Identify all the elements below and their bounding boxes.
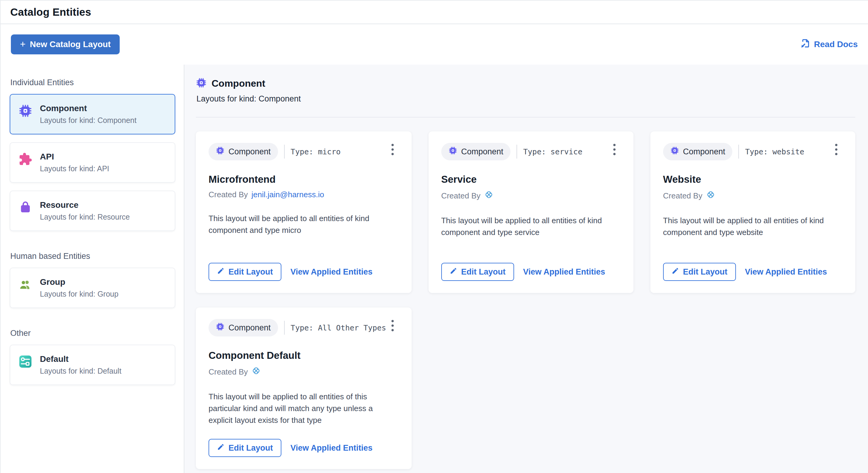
sidebar-item-text: APILayouts for kind: API [40,152,109,173]
created-by-row: Created Byjenil.jain@harness.io [209,190,399,199]
new-catalog-layout-button[interactable]: + New Catalog Layout [11,34,120,54]
plus-icon: + [20,39,26,49]
sidebar-item-text: GroupLayouts for kind: Group [40,277,119,298]
edit-layout-button[interactable]: Edit Layout [663,263,736,281]
component-chip-icon [448,146,457,157]
content-split: Individual EntitiesComponentLayouts for … [1,65,868,473]
sidebar-item-text: DefaultLayouts for kind: Default [40,354,122,375]
sidebar-item-title: Component [40,104,136,113]
card-description: This layout will be applied to all entit… [209,213,399,236]
kind-badge: Component [209,143,278,160]
kebab-menu-icon [832,152,841,157]
sidebar-item-title: Group [40,277,119,287]
view-applied-entities-link[interactable]: View Applied Entities [523,267,606,277]
harness-logo-icon [484,190,494,201]
edit-layout-button[interactable]: Edit Layout [441,263,514,281]
card-top-row: ComponentType: All Other Types [209,319,399,336]
edit-layout-label: Edit Layout [228,267,273,277]
pencil-icon [217,267,224,277]
sidebar-item-api[interactable]: APILayouts for kind: API [10,142,175,183]
sidebar-item-component[interactable]: ComponentLayouts for kind: Component [10,94,175,134]
resource-bag-icon [18,200,33,215]
harness-logo-icon [706,190,715,201]
view-applied-entities-link[interactable]: View Applied Entities [290,443,373,453]
created-by-row: Created By [209,366,399,377]
layout-card-microfrontend: ComponentType: microMicrofrontendCreated… [196,131,412,293]
card-menu-button[interactable] [608,142,621,158]
sidebar-item-group[interactable]: GroupLayouts for kind: Group [10,268,175,308]
sidebar: Individual EntitiesComponentLayouts for … [1,65,184,473]
card-menu-button[interactable] [830,142,843,158]
doc-external-icon [800,38,810,51]
pencil-icon [450,267,457,277]
sidebar-item-subtitle: Layouts for kind: Component [40,116,136,125]
divider [517,145,517,159]
default-sliders-icon [18,354,33,369]
card-footer: Edit LayoutView Applied Entities [441,254,621,281]
sidebar-item-title: Default [40,354,122,364]
page-header: Catalog Entities [1,1,868,24]
type-label: Type: All Other Types [291,324,386,332]
kind-badge: Component [441,143,511,160]
type-label: Type: service [523,147,582,156]
main-heading-row: Component [196,77,855,90]
sidebar-item-subtitle: Layouts for kind: Resource [40,213,130,222]
sidebar-item-default[interactable]: DefaultLayouts for kind: Default [10,345,175,385]
card-footer: Edit LayoutView Applied Entities [663,254,843,281]
kebab-menu-icon [388,152,397,157]
card-top-row: ComponentType: service [441,143,621,160]
harness-logo-icon [251,366,261,377]
sidebar-section-label-human-based-entities: Human based Entities [10,251,175,261]
sidebar-item-subtitle: Layouts for kind: API [40,164,109,173]
component-chip-icon [670,146,679,157]
sidebar-item-resource[interactable]: ResourceLayouts for kind: Resource [10,191,175,231]
edit-layout-button[interactable]: Edit Layout [209,263,281,281]
created-by-row: Created By [441,190,621,201]
component-chip-icon [196,77,207,90]
card-description: This layout will be applied to all entit… [209,391,399,426]
component-chip-icon [216,322,224,333]
divider [738,145,739,159]
section-gap [10,316,175,324]
created-by-label: Created By [209,190,248,199]
section-gap [10,239,175,247]
read-docs-link[interactable]: Read Docs [800,38,858,51]
card-menu-button[interactable] [386,318,399,334]
edit-layout-label: Edit Layout [683,267,727,277]
edit-layout-label: Edit Layout [228,443,273,453]
new-catalog-layout-label: New Catalog Layout [30,40,111,49]
kind-badge-label: Component [228,323,271,333]
created-by-label: Created By [663,191,702,201]
card-footer: Edit LayoutView Applied Entities [209,254,399,281]
sidebar-item-text: ResourceLayouts for kind: Resource [40,200,130,222]
kind-badge-label: Component [683,147,725,157]
divider [284,321,285,335]
sidebar-item-subtitle: Layouts for kind: Group [40,290,119,298]
sidebar-item-text: ComponentLayouts for kind: Component [40,104,136,125]
layout-cards-grid: ComponentType: microMicrofrontendCreated… [196,131,855,469]
card-menu-button[interactable] [386,142,399,158]
card-top-row: ComponentType: website [663,143,843,160]
app-window: Catalog Entities + New Catalog Layout Re… [0,0,868,473]
created-by-row: Created By [663,190,843,201]
edit-layout-button[interactable]: Edit Layout [209,439,281,457]
component-chip-icon [18,104,33,118]
sidebar-item-title: Resource [40,200,130,210]
kind-badge: Component [209,319,278,336]
created-by-label: Created By [441,191,480,201]
kebab-menu-icon [388,328,397,333]
view-applied-entities-link[interactable]: View Applied Entities [290,267,373,277]
created-by-link[interactable]: jenil.jain@harness.io [251,190,324,199]
card-description: This layout will be applied to all entit… [663,215,843,238]
layout-card-website: ComponentType: websiteWebsiteCreated ByT… [650,131,855,293]
divider [284,145,285,159]
view-applied-entities-link[interactable]: View Applied Entities [745,267,827,277]
created-by-label: Created By [209,367,248,377]
main-heading: Component [212,78,266,89]
pencil-icon [217,443,224,453]
kebab-menu-icon [610,152,619,157]
kind-badge-label: Component [461,147,503,157]
card-title: Component Default [209,350,399,361]
card-title: Website [663,174,843,185]
card-description: This layout will be applied to all entit… [441,215,621,238]
